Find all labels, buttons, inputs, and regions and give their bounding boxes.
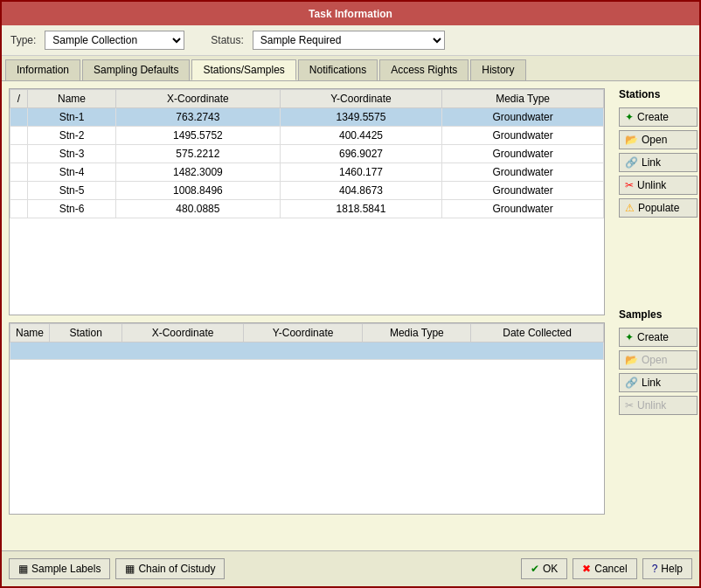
labels-icon: ▦	[18, 563, 28, 575]
table-row[interactable]: Stn-4 1482.3009 1460.177 Groundwater	[10, 163, 604, 182]
row-name: Stn-2	[28, 127, 116, 145]
help-button[interactable]: ? Help	[642, 558, 692, 579]
samples-create-button[interactable]: ✦ Create	[619, 328, 698, 347]
samples-table-container: Name Station X-Coordinate Y-Coordinate M…	[9, 322, 605, 515]
scol-y: Y-Coordinate	[243, 324, 363, 342]
tables-area: / Name X-Coordinate Y-Coordinate Media T…	[2, 81, 612, 550]
samples-open-button[interactable]: 📂 Open	[619, 350, 698, 370]
tab-notifications[interactable]: Notifications	[298, 59, 378, 80]
type-select[interactable]: Sample Collection	[45, 31, 184, 50]
table-row[interactable]: Stn-1 763.2743 1349.5575 Groundwater	[10, 108, 604, 127]
sidebar: Stations ✦ Create 📂 Open 🔗 Link ✂ Unlink…	[612, 81, 699, 550]
tab-history[interactable]: History	[470, 59, 525, 80]
samples-link-button[interactable]: 🔗 Link	[619, 373, 698, 392]
stations-create-button[interactable]: ✦ Create	[619, 107, 698, 127]
row-media: Groundwater	[442, 127, 604, 145]
stations-open-button[interactable]: 📂 Open	[619, 130, 698, 149]
scol-station: Station	[50, 324, 122, 342]
row-check	[10, 127, 28, 145]
open-icon: 📂	[625, 134, 638, 146]
row-y: 404.8673	[280, 182, 441, 200]
row-x: 575.2212	[115, 145, 280, 163]
row-check	[10, 182, 28, 200]
scol-x: X-Coordinate	[122, 324, 243, 342]
sample-unlink-icon: ✂	[625, 399, 634, 412]
samples-unlink-button[interactable]: ✂ Unlink	[619, 396, 698, 415]
chain-icon: ▦	[125, 563, 135, 575]
table-row[interactable]: Stn-3 575.2212 696.9027 Groundwater	[10, 145, 604, 163]
col-media: Media Type	[442, 90, 604, 108]
row-x: 1482.3009	[115, 163, 280, 182]
main-window: Task Information Type: Sample Collection…	[0, 0, 701, 588]
scol-name: Name	[10, 324, 50, 342]
unlink-icon: ✂	[625, 179, 634, 191]
cancel-button[interactable]: ✖ Cancel	[573, 558, 636, 579]
samples-section-label: Samples	[619, 308, 692, 321]
row-x: 480.0885	[115, 200, 280, 218]
scol-media: Media Type	[363, 324, 471, 342]
tab-access-rights[interactable]: Access Rights	[379, 59, 468, 80]
tab-bar: Information Sampling Defaults Stations/S…	[2, 56, 699, 81]
stations-link-button[interactable]: 🔗 Link	[619, 153, 698, 172]
status-label: Status:	[211, 34, 243, 46]
row-name: Stn-3	[28, 145, 116, 163]
tab-stations-samples[interactable]: Stations/Samples	[191, 59, 295, 80]
main-content: / Name X-Coordinate Y-Coordinate Media T…	[2, 81, 699, 550]
row-media: Groundwater	[442, 200, 604, 218]
row-y: 696.9027	[280, 145, 441, 163]
row-check	[10, 200, 28, 218]
populate-icon: ⚠	[625, 202, 635, 214]
row-media: Groundwater	[442, 163, 604, 182]
link-icon: 🔗	[625, 156, 638, 169]
sample-link-icon: 🔗	[625, 377, 638, 389]
row-check	[10, 108, 28, 127]
tab-information[interactable]: Information	[5, 59, 80, 80]
scol-date: Date Collected	[471, 324, 604, 342]
create-icon: ✦	[625, 111, 634, 123]
row-y: 1460.177	[280, 163, 441, 182]
ok-icon: ✔	[531, 563, 539, 575]
row-name: Stn-1	[28, 108, 116, 127]
row-media: Groundwater	[442, 182, 604, 200]
row-name: Stn-4	[28, 163, 116, 182]
stations-section-label: Stations	[619, 88, 692, 100]
col-check: /	[10, 90, 28, 108]
help-icon: ?	[652, 563, 658, 575]
row-media: Groundwater	[442, 108, 604, 127]
stations-unlink-button[interactable]: ✂ Unlink	[619, 176, 698, 195]
ok-button[interactable]: ✔ OK	[521, 558, 567, 579]
sample-labels-button[interactable]: ▦ Sample Labels	[9, 558, 110, 579]
col-name: Name	[28, 90, 116, 108]
footer-left: ▦ Sample Labels ▦ Chain of Cistudy	[9, 558, 225, 579]
stations-table: / Name X-Coordinate Y-Coordinate Media T…	[10, 89, 604, 218]
row-name: Stn-5	[28, 182, 116, 200]
row-x: 1008.8496	[115, 182, 280, 200]
row-check	[10, 145, 28, 163]
sample-empty-row	[10, 342, 604, 360]
table-row[interactable]: Stn-5 1008.8496 404.8673 Groundwater	[10, 182, 604, 200]
stations-populate-button[interactable]: ⚠ Populate	[619, 198, 698, 218]
samples-table: Name Station X-Coordinate Y-Coordinate M…	[10, 323, 604, 360]
row-x: 763.2743	[115, 108, 280, 127]
col-y: Y-Coordinate	[280, 90, 441, 108]
cancel-icon: ✖	[582, 563, 591, 575]
type-label: Type:	[10, 34, 36, 46]
status-select[interactable]: Sample Required	[253, 31, 445, 50]
toolbar: Type: Sample Collection Status: Sample R…	[2, 25, 699, 56]
row-x: 1495.5752	[115, 127, 280, 145]
stations-table-container: / Name X-Coordinate Y-Coordinate Media T…	[9, 88, 605, 315]
col-x: X-Coordinate	[115, 90, 280, 108]
row-y: 1818.5841	[280, 200, 441, 218]
table-row[interactable]: Stn-6 480.0885 1818.5841 Groundwater	[10, 200, 604, 218]
tab-sampling-defaults[interactable]: Sampling Defaults	[82, 59, 190, 80]
chain-of-custody-button[interactable]: ▦ Chain of Cistudy	[115, 558, 225, 579]
sample-create-icon: ✦	[625, 331, 634, 343]
row-media: Groundwater	[442, 145, 604, 163]
row-y: 400.4425	[280, 127, 441, 145]
title-bar: Task Information	[2, 2, 699, 25]
row-y: 1349.5575	[280, 108, 441, 127]
window-title: Task Information	[309, 8, 392, 20]
sample-open-icon: 📂	[625, 354, 638, 366]
table-row[interactable]: Stn-2 1495.5752 400.4425 Groundwater	[10, 127, 604, 145]
footer: ▦ Sample Labels ▦ Chain of Cistudy ✔ OK …	[2, 550, 699, 586]
